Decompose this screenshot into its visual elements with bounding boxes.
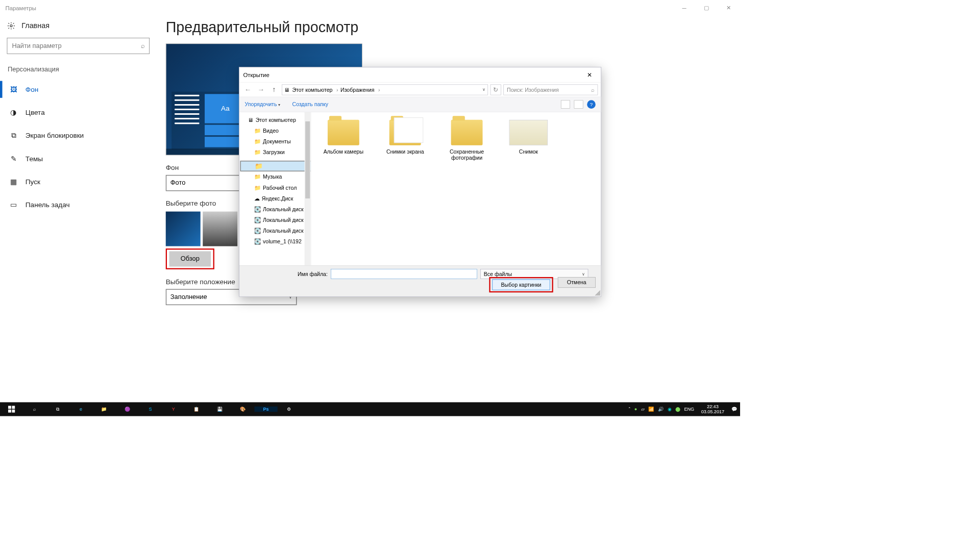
language-indicator[interactable]: ENG: [684, 407, 694, 412]
up-button[interactable]: ↑: [268, 86, 279, 94]
taskbar-app[interactable]: 📋: [185, 407, 208, 412]
filetype-value: Все файлы: [484, 271, 512, 277]
brush-icon: ✎: [9, 155, 18, 163]
sidebar-item-label: Фон: [26, 85, 38, 93]
taskbar-app[interactable]: 💾: [208, 407, 231, 412]
file-label: Сохраненные фотографии: [444, 148, 490, 161]
taskbar-icon: ▭: [9, 201, 18, 209]
dialog-search-input[interactable]: Поиск: Изображения ⌕: [503, 84, 598, 95]
wallpaper-thumb[interactable]: [166, 212, 201, 246]
palette-icon: ◑: [9, 108, 18, 117]
fit-value: Заполнение: [170, 293, 207, 301]
file-open-dialog: Открытие ✕ ← → ↑ 🖥 Этот компьютер Изобра…: [239, 67, 601, 296]
tray-chevron-icon[interactable]: ˄: [628, 407, 631, 412]
background-value: Фото: [170, 179, 186, 187]
folder-icon: 📁: [254, 185, 261, 191]
taskbar-app-yandex[interactable]: Y: [162, 407, 185, 412]
tree-item-pictures[interactable]: 📁Изображения: [240, 161, 311, 171]
tree-item-videos[interactable]: 📁Видео: [240, 125, 310, 136]
sidebar-item-themes[interactable]: ✎ Темы: [0, 147, 149, 170]
open-button[interactable]: Выбор картинки: [492, 280, 550, 290]
tray-icon[interactable]: ◉: [668, 407, 672, 412]
folder-icon: 📁: [255, 162, 263, 170]
folder-icon: 📁: [254, 128, 261, 134]
home-label: Главная: [21, 21, 50, 30]
home-link[interactable]: Главная: [7, 21, 149, 30]
folder-tree[interactable]: 🖥Этот компьютер 📁Видео 📁Документы 📁Загру…: [239, 112, 311, 266]
tree-item-desktop[interactable]: 📁Рабочий стол: [240, 182, 310, 193]
taskbar-app-paint[interactable]: 🎨: [231, 407, 254, 412]
folder-item[interactable]: Снимки экрана: [382, 120, 428, 155]
dialog-titlebar: Открытие ✕: [239, 67, 601, 82]
folder-item[interactable]: Сохраненные фотографии: [444, 120, 490, 161]
taskbar-app-explorer[interactable]: 📁: [92, 407, 115, 412]
refresh-button[interactable]: ↻: [491, 84, 501, 95]
tree-item-music[interactable]: 📁Музыка: [240, 171, 310, 182]
taskbar-app-settings[interactable]: ⚙: [278, 407, 301, 412]
browse-button[interactable]: Обзор: [169, 251, 211, 266]
settings-window: Параметры ─ ▢ ✕ Главная Найти параметр ⌕…: [0, 0, 740, 402]
sidebar-item-label: Темы: [26, 155, 43, 163]
tray-icon[interactable]: ⬤: [675, 407, 680, 412]
sidebar-item-colors[interactable]: ◑ Цвета: [0, 101, 149, 124]
close-button[interactable]: ✕: [718, 0, 740, 15]
start-button[interactable]: [0, 402, 23, 416]
os-taskbar: ⌕ ⧉ e 📁 🟣 S Y 📋 💾 🎨 Ps ⚙ ˄ ● ▱ 📶 🔊 ◉ ⬤ E…: [0, 402, 740, 416]
sidebar-item-label: Цвета: [26, 109, 45, 117]
tree-item-downloads[interactable]: 📁Загрузки: [240, 147, 310, 158]
taskbar-app-skype[interactable]: S: [139, 407, 162, 412]
chevron-down-icon[interactable]: ∨: [482, 87, 485, 92]
filename-input[interactable]: [331, 269, 477, 279]
image-item[interactable]: Снимок: [505, 120, 552, 155]
tree-item-local-disk[interactable]: 💽Локальный диск: [240, 204, 310, 215]
taskbar-app-photoshop[interactable]: Ps: [254, 407, 277, 412]
search-button[interactable]: ⌕: [23, 402, 46, 416]
search-placeholder: Найти параметр: [12, 42, 140, 49]
wallpaper-thumb[interactable]: [203, 212, 237, 246]
titlebar: Параметры ─ ▢ ✕: [0, 0, 740, 15]
folder-icon: 📁: [254, 174, 261, 180]
breadcrumb-item[interactable]: Изображения: [340, 87, 380, 93]
new-folder-button[interactable]: Создать папку: [292, 102, 328, 108]
back-button[interactable]: ←: [242, 86, 253, 94]
search-input[interactable]: Найти параметр ⌕: [7, 38, 150, 54]
forward-button[interactable]: →: [256, 86, 266, 94]
task-view-button[interactable]: ⧉: [46, 402, 69, 416]
dialog-close-button[interactable]: ✕: [582, 71, 597, 78]
breadcrumb-item[interactable]: Этот компьютер: [292, 87, 338, 93]
resize-grip[interactable]: [595, 290, 600, 296]
sidebar-item-lockscreen[interactable]: ⧉ Экран блокировки: [0, 124, 149, 147]
cancel-button[interactable]: Отмена: [558, 277, 596, 288]
tree-item-network-volume[interactable]: 💽volume_1 (\\192: [240, 236, 310, 247]
maximize-button[interactable]: ▢: [695, 0, 718, 15]
sidebar-item-start[interactable]: ▦ Пуск: [0, 170, 149, 193]
tree-scrollbar[interactable]: [305, 112, 311, 266]
highlight-annotation: Выбор картинки: [489, 277, 553, 292]
tree-item-yandex-disk[interactable]: ☁Яндекс.Диск: [240, 193, 310, 204]
clock[interactable]: 22:43 03.05.2017: [698, 404, 727, 414]
preview-pane-button[interactable]: [574, 100, 583, 109]
view-mode-button[interactable]: [561, 100, 570, 109]
file-label: Снимки экрана: [382, 148, 428, 155]
taskbar-app-edge[interactable]: e: [69, 407, 92, 412]
minimize-button[interactable]: ─: [673, 0, 696, 15]
wifi-icon[interactable]: 📶: [648, 407, 654, 412]
folder-item[interactable]: Альбом камеры: [321, 120, 367, 155]
tray-icon[interactable]: ▱: [641, 407, 645, 412]
organize-button[interactable]: Упорядочить ▾: [245, 102, 281, 108]
sidebar-item-label: Экран блокировки: [26, 132, 84, 140]
tree-item-documents[interactable]: 📁Документы: [240, 136, 310, 147]
address-bar[interactable]: 🖥 Этот компьютер Изображения ∨: [282, 84, 488, 95]
tree-item-local-disk[interactable]: 💽Локальный диск: [240, 215, 310, 226]
tree-item-this-pc[interactable]: 🖥Этот компьютер: [240, 114, 310, 125]
dialog-navbar: ← → ↑ 🖥 Этот компьютер Изображения ∨ ↻ П…: [239, 82, 601, 97]
file-list[interactable]: Альбом камеры Снимки экрана Сохраненные …: [311, 112, 601, 266]
volume-icon[interactable]: 🔊: [658, 407, 664, 412]
tray-icon[interactable]: ●: [634, 407, 637, 412]
sidebar-item-taskbar[interactable]: ▭ Панель задач: [0, 193, 149, 216]
notifications-button[interactable]: 💬: [731, 407, 737, 412]
tree-item-local-disk[interactable]: 💽Локальный диск: [240, 226, 310, 236]
sidebar-item-background[interactable]: 🖼 Фон: [0, 78, 149, 101]
help-button[interactable]: ?: [587, 100, 596, 109]
taskbar-app[interactable]: 🟣: [116, 407, 139, 412]
